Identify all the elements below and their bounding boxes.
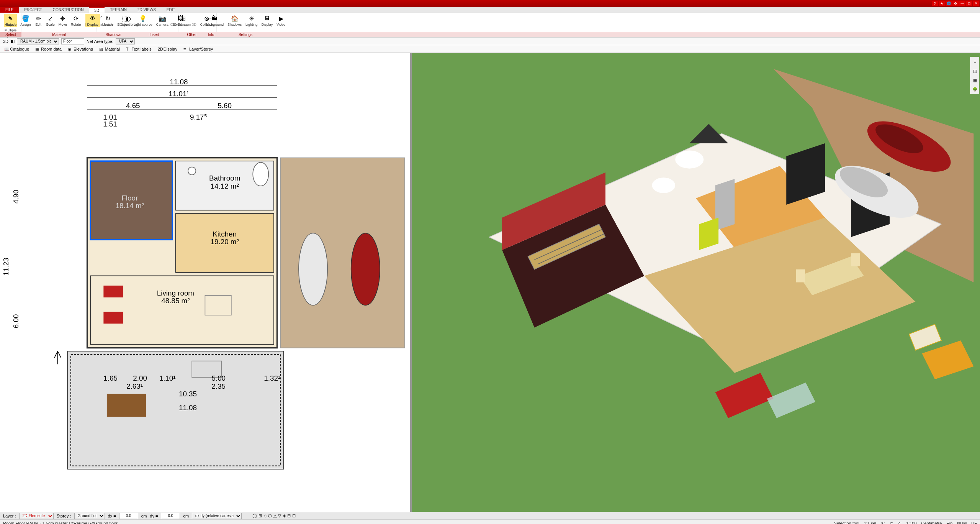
menu-2d-views[interactable]: 2D VIEWS — [132, 7, 161, 13]
close-icon[interactable]: ✕ — [973, 1, 979, 6]
ortho-icon[interactable]: ⊡ — [292, 513, 296, 518]
storey-select[interactable]: Ground floor — [74, 513, 105, 519]
monitor-icon: 🖥 — [263, 15, 271, 22]
snap-icon-5[interactable]: △ — [273, 513, 276, 518]
text-labels-button[interactable]: TText labels — [123, 46, 154, 53]
lighting-button[interactable]: ☀Lighting — [244, 14, 259, 27]
coord-select[interactable]: dx,dy (relative cartesian) — [192, 513, 242, 519]
ribbon: ↖ Select Multiple Options ✎Acquire 🪣Assi… — [0, 13, 980, 32]
display-button-2[interactable]: 2DDisplay — [155, 46, 180, 53]
menu-construction[interactable]: CONSTRUCTION — [47, 7, 89, 13]
status-uf: UF — [971, 521, 977, 524]
bulb-icon: 💡 — [139, 15, 147, 22]
update-button[interactable]: ↻Update — [101, 14, 115, 27]
snap-icon-3[interactable]: ◇ — [263, 513, 267, 518]
group-insert: Insert — [130, 32, 178, 37]
shadows-button[interactable]: 🏠Shadows — [226, 14, 243, 27]
globe-icon[interactable]: 🌐 — [946, 1, 952, 6]
toilet-3d — [652, 177, 675, 193]
landscape-icon: 🏔 — [211, 15, 218, 22]
display-button[interactable]: 👁Display — [85, 14, 100, 27]
menu-terrain[interactable]: TERRAIN — [105, 7, 132, 13]
assign-button[interactable]: 🪣Assign — [19, 14, 32, 27]
catalogue-button[interactable]: 📖Catalogue — [2, 46, 32, 53]
object-name-select[interactable]: RAUM - 1.5cm plaster — [17, 38, 59, 44]
rotate-button[interactable]: ⟳Rotate — [69, 14, 83, 27]
layers-icon[interactable]: ≡ — [972, 58, 978, 65]
net-area-select[interactable]: UFA 1 — [116, 38, 135, 44]
status-z: Z: — [898, 521, 901, 524]
net-area-label: Net Area type: — [87, 39, 113, 44]
snap-icon-6[interactable]: ▽ — [278, 513, 281, 518]
menu-file[interactable]: FILE — [0, 7, 19, 13]
move-button[interactable]: ✥Move — [57, 14, 69, 27]
menu-project[interactable]: PROJECT — [19, 7, 47, 13]
svg-text:4.90: 4.90 — [12, 190, 20, 204]
layer-storey-button[interactable]: ≡Layer/Storey — [181, 46, 216, 53]
svg-text:6.00: 6.00 — [12, 314, 20, 329]
dx-input[interactable] — [119, 513, 138, 519]
status-bar: Room Floor RAUM - 1.5cm plaster L=Räume … — [0, 519, 980, 524]
cross-section-button[interactable]: ⊞Cross section 3D — [169, 14, 198, 27]
dy-input[interactable] — [161, 513, 180, 519]
field1-input[interactable] — [61, 38, 84, 44]
acquire-button[interactable]: ✎Acquire — [3, 14, 18, 27]
tree-icon[interactable]: 🌳 — [972, 86, 978, 93]
elevations-button[interactable]: ◉Elevations — [65, 46, 96, 53]
light-source-button[interactable]: 💡Light source — [132, 14, 154, 27]
svg-text:11.01¹: 11.01¹ — [169, 90, 189, 98]
snap-icon-7[interactable]: ◈ — [283, 513, 286, 518]
grid-icon[interactable]: ⊞ — [287, 513, 291, 518]
bottom-bar: Layer : 2D-Elemente Storey : Ground floo… — [0, 512, 980, 519]
svg-text:1.32¹: 1.32¹ — [264, 374, 280, 382]
svg-text:Floor: Floor — [121, 194, 138, 202]
cube3d-icon[interactable]: ◫ — [972, 67, 978, 74]
workspace: 11.08 11.01¹ 4.65 5.60 1.01 1.51 9.17⁵ 4… — [0, 53, 980, 512]
svg-rect-36 — [851, 253, 860, 266]
room-data-button[interactable]: ▦Room data — [33, 46, 64, 53]
snap-icon-2[interactable]: ⊞ — [258, 513, 262, 518]
scale-button[interactable]: ⤢Scale — [44, 14, 56, 27]
move-icon: ✥ — [59, 15, 67, 22]
3d-canvas — [412, 53, 980, 512]
svg-text:Bathroom: Bathroom — [209, 174, 241, 182]
ribbon-group-titles: Select Material Shadows Insert Other Inf… — [0, 32, 980, 38]
group-info: Info — [205, 32, 217, 37]
minimize-icon[interactable]: — — [959, 1, 965, 6]
svg-text:1.10¹: 1.10¹ — [159, 374, 176, 382]
star-icon[interactable]: ★ — [939, 1, 945, 6]
group-material: Material — [21, 32, 97, 37]
titlebar: ? ★ 🌐 ⚙ — □ ✕ — [0, 0, 980, 7]
snap-icon-4[interactable]: ⬡ — [268, 513, 272, 518]
sofa-icon — [103, 286, 123, 297]
object-button[interactable]: ⬚Object — [118, 14, 131, 27]
menu-edit[interactable]: EDIT — [161, 7, 181, 13]
group-select: Select — [0, 32, 21, 37]
snap-icon-1[interactable]: ◯ — [252, 513, 257, 518]
toolbar2: 📖Catalogue ▦Room data ◉Elevations ▨Mater… — [0, 45, 980, 53]
view-2d[interactable]: 11.08 11.01¹ 4.65 5.60 1.01 1.51 9.17⁵ 4… — [0, 53, 412, 512]
svg-text:11.08: 11.08 — [170, 78, 188, 86]
property-bar: 3D ◧ RAUM - 1.5cm plaster Net Area type:… — [0, 38, 980, 45]
layer-select[interactable]: 2D-Elemente — [19, 513, 54, 519]
background-button[interactable]: 🏔Background — [204, 14, 225, 27]
svg-text:2.35: 2.35 — [211, 382, 226, 390]
bathtub-3d — [675, 150, 704, 168]
help-icon[interactable]: ? — [932, 1, 938, 6]
play-icon: ▶ — [277, 15, 285, 22]
toilet-icon — [188, 167, 196, 175]
material-button[interactable]: ▨Material — [97, 46, 123, 53]
edit-button[interactable]: ✏Edit — [33, 14, 44, 27]
colors-icon[interactable]: ▦ — [972, 77, 978, 84]
view-3d[interactable]: ≡ ◫ ▦ 🌳 — [412, 53, 980, 512]
display-icon: 2D — [158, 47, 162, 51]
display2-button[interactable]: 🖥Display — [260, 14, 275, 27]
video-button[interactable]: ▶Video — [275, 14, 287, 27]
camera-button[interactable]: 📷Camera — [155, 14, 170, 27]
driveway — [280, 158, 405, 348]
floorplan-canvas: 11.08 11.01¹ 4.65 5.60 1.01 1.51 9.17⁵ 4… — [0, 53, 410, 512]
menu-3d[interactable]: 3D — [89, 7, 105, 13]
settings-icon[interactable]: ⚙ — [952, 1, 959, 6]
maximize-icon[interactable]: □ — [966, 1, 972, 6]
svg-text:1.65: 1.65 — [103, 374, 118, 382]
